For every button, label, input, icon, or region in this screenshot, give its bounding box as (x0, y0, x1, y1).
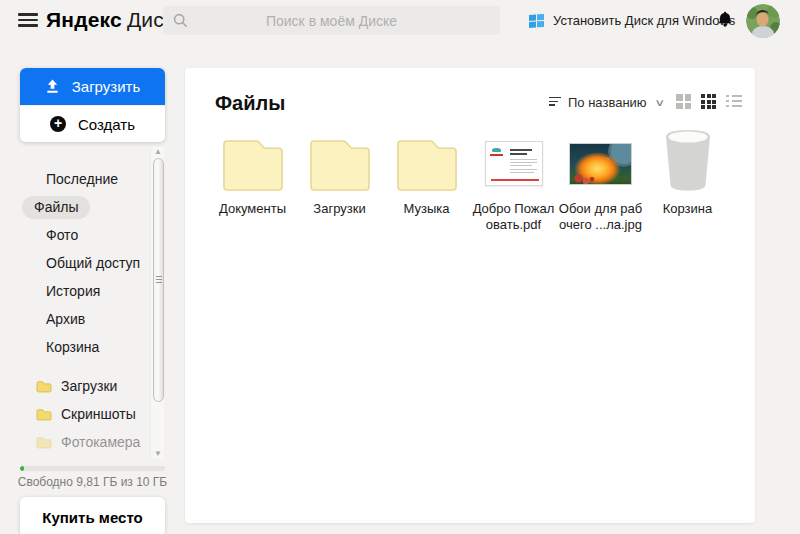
files-panel: Файлы По названию ∨ Документы Загрузки (185, 68, 755, 523)
folder-icon (36, 436, 52, 449)
sidebar-item-recent[interactable]: Последние (0, 165, 150, 193)
app-logo: ЯндексДиск (46, 8, 173, 32)
sidebar-folder-screenshots[interactable]: Скриншоты (0, 400, 150, 428)
storage-progress-fill (20, 466, 24, 471)
buy-space-button[interactable]: Купить место (20, 497, 165, 534)
tile-label: Загрузки (313, 201, 365, 217)
sidebar-item-history[interactable]: История (0, 277, 150, 305)
tile-trash[interactable]: Корзина (644, 130, 731, 233)
scrollbar-grip (156, 276, 162, 285)
folder-icon (309, 136, 371, 192)
scrollbar-thumb[interactable] (153, 158, 164, 402)
tile-label: Музыка (404, 201, 450, 217)
install-disk-label: Установить Диск для Windows (553, 13, 735, 28)
notifications-bell-icon[interactable] (716, 11, 734, 33)
tile-folder-music[interactable]: Музыка (383, 130, 470, 233)
sidebar-item-files[interactable]: Файлы (0, 193, 150, 221)
upload-button-label: Загрузить (72, 78, 141, 95)
tile-folder-downloads[interactable]: Загрузки (296, 130, 383, 233)
storage-progress-bar (20, 466, 165, 471)
sidebar-action-card: Загрузить + Создать (20, 68, 165, 142)
image-thumbnail (569, 143, 632, 185)
sidebar-item-trash[interactable]: Корзина (0, 333, 150, 361)
search-icon (173, 13, 188, 28)
scroll-down-icon[interactable]: ▼ (154, 451, 162, 457)
sidebar-folder-camera[interactable]: Фотокамера (0, 428, 150, 456)
tile-label: Добро Пожаловать.pdf (473, 201, 555, 233)
sidebar-folder-shortcuts: Загрузки Скриншоты Фотокамера (0, 372, 150, 456)
folder-icon (36, 380, 52, 393)
sidebar-item-archive[interactable]: Архив (0, 305, 150, 333)
storage-free-text: Свободно 9,81 ГБ из 10 ГБ (10, 475, 175, 489)
file-grid: Документы Загрузки Музыка (209, 130, 731, 233)
upload-icon (45, 79, 60, 94)
user-avatar[interactable] (746, 4, 780, 38)
upload-button[interactable]: Загрузить (20, 68, 165, 105)
pdf-thumbnail (485, 141, 543, 186)
folder-icon (36, 408, 52, 421)
sort-label: По названию (568, 95, 647, 110)
search-input[interactable] (163, 6, 500, 35)
install-disk-link[interactable]: Установить Диск для Windows (528, 12, 735, 28)
view-list-button[interactable] (726, 95, 742, 109)
buy-space-label: Купить место (42, 509, 142, 526)
sort-icon (549, 97, 561, 108)
page-title: Файлы (215, 92, 285, 115)
tile-folder-documents[interactable]: Документы (209, 130, 296, 233)
view-switcher (676, 94, 742, 109)
sidebar-item-photos[interactable]: Фото (0, 221, 150, 249)
scroll-up-icon[interactable]: ▲ (154, 149, 162, 155)
chevron-down-icon: ∨ (654, 97, 665, 108)
create-button-label: Создать (78, 116, 135, 133)
trash-bucket-icon (663, 128, 713, 192)
tile-pdf-welcome[interactable]: Добро Пожаловать.pdf (470, 130, 557, 233)
folder-icon (222, 136, 284, 192)
tile-label: Обои для рабочего ...ла.jpg (559, 201, 642, 233)
view-small-tiles-button[interactable] (701, 94, 716, 109)
logo-brand: Яндекс (46, 8, 122, 31)
tile-label: Документы (219, 201, 286, 217)
tile-image-wallpaper[interactable]: Обои для рабочего ...ла.jpg (557, 130, 644, 233)
windows-icon (528, 12, 545, 28)
create-button[interactable]: + Создать (20, 105, 165, 142)
sidebar-item-shared[interactable]: Общий доступ (0, 249, 150, 277)
plus-icon: + (50, 116, 66, 132)
tile-label: Корзина (663, 201, 713, 217)
menu-icon[interactable] (18, 13, 38, 30)
sort-control[interactable]: По названию ∨ (549, 95, 663, 110)
sidebar-scrollbar[interactable]: ▲ ▼ (150, 147, 164, 459)
view-large-tiles-button[interactable] (676, 94, 691, 109)
search-bar[interactable] (163, 6, 500, 35)
folder-icon (396, 136, 458, 192)
sidebar-nav: Последние Файлы Фото Общий доступ Истори… (0, 165, 150, 361)
sidebar-folder-downloads[interactable]: Загрузки (0, 372, 150, 400)
